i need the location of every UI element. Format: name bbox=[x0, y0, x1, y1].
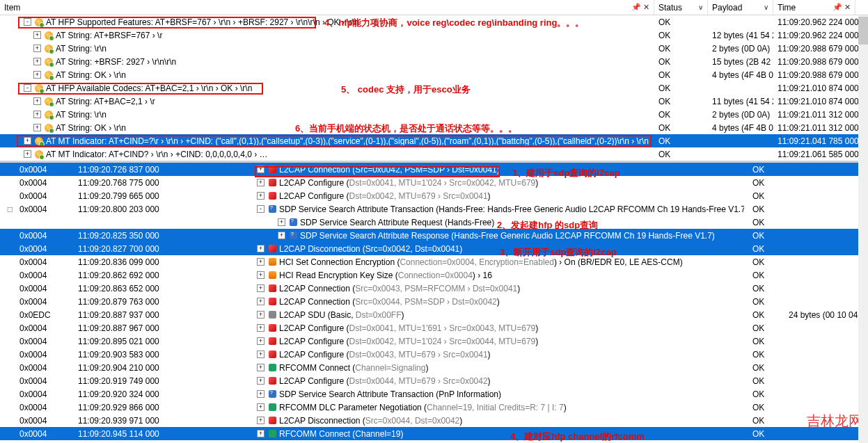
tree-row[interactable]: +AT String: OK › \r\nOK4 bytes (4F 4B 0D… bbox=[0, 121, 868, 134]
packet-row[interactable]: +SDP Service Search Attribute Request (H… bbox=[0, 216, 868, 229]
tree-row[interactable]: +AT String: +BRSF: 2927 › \r\n\r\nOK15 b… bbox=[0, 55, 868, 68]
packet-row[interactable]: 0x000411:09:20.903 583 000+L2CAP Configu… bbox=[0, 348, 868, 361]
tree-row[interactable]: +AT String: \r\nOK2 bytes (0D 0A)11:09:2… bbox=[0, 108, 868, 121]
tree-toggle[interactable]: + bbox=[257, 337, 265, 345]
tree-toggle[interactable]: + bbox=[257, 430, 265, 437]
packet-row[interactable]: 0x000411:09:20.879 763 000+L2CAP Connect… bbox=[0, 295, 868, 308]
tree-toggle[interactable]: + bbox=[257, 245, 265, 252]
at-string-icon bbox=[43, 110, 54, 120]
packet-row[interactable]: 0x000411:09:20.768 775 000+L2CAP Configu… bbox=[0, 176, 868, 189]
tree-row[interactable]: +AT String: AT+BAC=2,1 › \rOK11 bytes (4… bbox=[0, 95, 868, 108]
time-cell: 11:09:21.010 874 000 bbox=[773, 95, 868, 108]
packet-row[interactable]: 0x000411:09:20.799 665 000+L2CAP Configu… bbox=[0, 189, 868, 202]
row-label: SDP Service Search Attribute Transaction… bbox=[279, 389, 501, 399]
packet-row[interactable]: 0x000411:09:20.929 866 000+RFCOMM DLC Pa… bbox=[0, 401, 868, 414]
tree-toggle[interactable]: + bbox=[24, 150, 31, 158]
tree-row[interactable]: +AT String: OK › \r\nOK4 bytes (4F 4B 0D… bbox=[0, 68, 868, 81]
tree-row[interactable]: +AT String: AT+BRSF=767 › \rOK12 bytes (… bbox=[0, 29, 868, 42]
tree-toggle[interactable]: + bbox=[257, 311, 265, 319]
tree-toggle[interactable]: + bbox=[33, 71, 41, 79]
tree-toggle[interactable]: + bbox=[257, 284, 265, 292]
at-string-icon bbox=[43, 70, 54, 80]
timestamp-cell: 11:09:20.920 324 000 bbox=[78, 389, 201, 399]
pin-icon[interactable]: 📌 ✕ bbox=[833, 3, 851, 12]
tree-toggle[interactable]: - bbox=[24, 18, 31, 26]
tree-toggle[interactable]: + bbox=[257, 166, 265, 173]
packet-row[interactable]: 0x000411:09:20.904 210 000+RFCOMM Connec… bbox=[0, 361, 868, 374]
tree-toggle[interactable]: + bbox=[33, 97, 41, 105]
tree-toggle[interactable]: - bbox=[257, 205, 265, 213]
tree-toggle[interactable]: + bbox=[24, 137, 31, 145]
packet-row[interactable]: 0x000411:09:20.945 114 000+RFCOMM Connec… bbox=[0, 427, 868, 440]
packet-row[interactable]: 0x000411:09:20.920 324 000+SDP Service S… bbox=[0, 387, 868, 401]
packet-row[interactable]: 0x000411:09:20.919 749 000+L2CAP Configu… bbox=[0, 374, 868, 387]
row-label: AT String: +BRSF: 2927 › \r\n\r\n bbox=[56, 57, 176, 67]
packet-row[interactable]: 0x000411:09:20.827 700 000+L2CAP Disconn… bbox=[0, 242, 868, 255]
tree-toggle[interactable]: + bbox=[257, 390, 265, 398]
tree-toggle[interactable]: + bbox=[257, 351, 265, 358]
tree-row[interactable]: +AT String: \r\nOK2 bytes (0D 0A)11:09:2… bbox=[0, 42, 868, 55]
tree-toggle[interactable]: + bbox=[257, 258, 265, 266]
payload-cell: 12 bytes (41 54 2B bbox=[708, 29, 773, 42]
row-label: HCI Set Connection Encryption (Connectio… bbox=[279, 257, 683, 267]
status-cell: OK bbox=[748, 282, 784, 295]
packet-row[interactable]: 0x000411:09:20.887 967 000+L2CAP Configu… bbox=[0, 321, 868, 335]
tree-toggle[interactable]: + bbox=[257, 364, 265, 371]
tree-toggle[interactable]: + bbox=[257, 403, 265, 411]
packet-row[interactable]: 0x000411:09:20.726 837 000+L2CAP Connect… bbox=[0, 163, 868, 176]
col-payload[interactable]: Payload∨ bbox=[708, 0, 773, 15]
scrollbar-v[interactable] bbox=[858, 15, 868, 443]
tree-toggle[interactable]: + bbox=[257, 179, 265, 186]
status-cell: OK bbox=[748, 255, 784, 268]
packet-row[interactable]: 0x000411:09:20.939 971 000+L2CAP Disconn… bbox=[0, 414, 868, 427]
packet-icon bbox=[267, 310, 278, 320]
address-cell: 0x0004 bbox=[15, 257, 78, 267]
tree-row[interactable]: -AT HFP Supported Features: AT+BRSF=767 … bbox=[0, 15, 868, 29]
payload-cell bbox=[784, 295, 868, 308]
packet-row[interactable]: 0x000411:09:20.863 652 000+L2CAP Connect… bbox=[0, 282, 868, 295]
row-label: L2CAP SDU (Basic, Dst=0x00FF) bbox=[279, 310, 404, 320]
tree-toggle[interactable]: + bbox=[33, 111, 41, 118]
lower-tree[interactable]: 0x000411:09:20.726 837 000+L2CAP Connect… bbox=[0, 161, 868, 440]
packet-row[interactable]: 0x0EDC11:09:20.887 937 000+L2CAP SDU (Ba… bbox=[0, 308, 868, 321]
status-cell: OK bbox=[748, 242, 784, 255]
time-cell: 11:09:20.962 224 000 bbox=[773, 15, 868, 29]
payload-cell bbox=[784, 242, 868, 255]
tree-row[interactable]: +AT MT Indicator: AT+CIND=?\r › \r\n › +… bbox=[0, 134, 868, 147]
row-label: L2CAP Connection (Src=0x0042, PSM=SDP › … bbox=[279, 165, 500, 175]
tree-toggle[interactable]: + bbox=[33, 45, 41, 52]
packet-row[interactable]: 0x000411:09:20.895 021 000+L2CAP Configu… bbox=[0, 335, 868, 348]
tree-toggle[interactable]: + bbox=[278, 232, 285, 239]
tree-toggle[interactable]: + bbox=[257, 192, 265, 200]
tree-toggle[interactable]: + bbox=[257, 377, 265, 385]
tree-toggle[interactable]: + bbox=[33, 58, 41, 65]
tree-toggle[interactable]: + bbox=[257, 417, 265, 424]
upper-tree[interactable]: -AT HFP Supported Features: AT+BRSF=767 … bbox=[0, 15, 868, 161]
col-time[interactable]: Time📌 ✕ bbox=[773, 0, 855, 15]
col-item[interactable]: Item📌 ✕ bbox=[0, 0, 654, 15]
tree-row[interactable]: +AT MT Indicator: AT+CIND? › \r\n › +CIN… bbox=[0, 147, 868, 161]
checkbox-cell[interactable]: □ bbox=[0, 204, 15, 214]
tree-toggle[interactable]: + bbox=[257, 298, 265, 305]
timestamp-cell: 11:09:20.939 971 000 bbox=[78, 416, 201, 426]
tree-toggle[interactable]: - bbox=[24, 84, 31, 92]
pin-icon[interactable]: 📌 ✕ bbox=[631, 3, 649, 12]
tree-toggle[interactable]: + bbox=[278, 218, 285, 226]
payload-cell bbox=[784, 255, 868, 268]
col-status[interactable]: Status∨ bbox=[654, 0, 708, 15]
status-cell: OK bbox=[748, 401, 784, 414]
packet-row[interactable]: 0x000411:09:20.825 350 000+SDP Service S… bbox=[0, 229, 868, 242]
payload-cell bbox=[708, 147, 773, 161]
packet-row[interactable]: □0x000411:09:20.800 203 000-SDP Service … bbox=[0, 202, 868, 216]
time-cell: 11:09:21.011 312 000 bbox=[773, 121, 868, 134]
packet-row[interactable]: 0x000411:09:20.836 099 000+HCI Set Conne… bbox=[0, 255, 868, 268]
tree-row[interactable]: -AT HFP Available Codecs: AT+BAC=2,1 › \… bbox=[0, 81, 868, 95]
payload-cell bbox=[784, 361, 868, 374]
tree-toggle[interactable]: + bbox=[257, 271, 265, 279]
tree-toggle[interactable]: + bbox=[257, 324, 265, 332]
packet-row[interactable]: 0x000411:09:20.862 692 000+HCI Read Encr… bbox=[0, 268, 868, 282]
sdp-icon bbox=[287, 231, 299, 241]
tree-toggle[interactable]: + bbox=[33, 31, 41, 39]
tree-toggle[interactable]: + bbox=[33, 124, 41, 131]
row-label: AT HFP Available Codecs: AT+BAC=2,1 › \r… bbox=[46, 83, 252, 93]
